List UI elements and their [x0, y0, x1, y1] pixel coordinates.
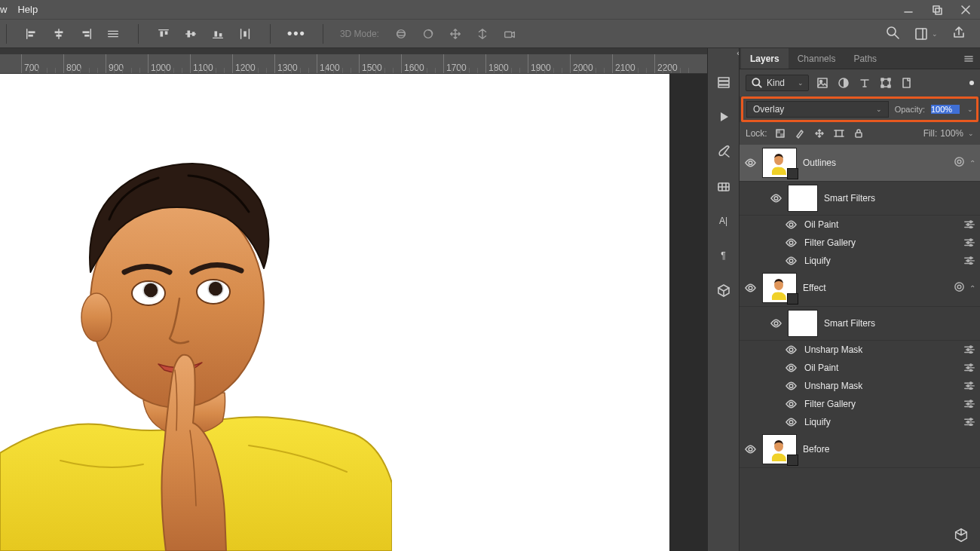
slide-3d-icon[interactable]	[474, 26, 491, 42]
visibility-toggle-icon[interactable]	[785, 344, 797, 356]
filter-type-icon[interactable]	[857, 75, 872, 90]
filter-settings-icon[interactable]	[963, 344, 975, 356]
layer-thumbnail[interactable]	[762, 273, 797, 303]
fill-value[interactable]: 100%	[940, 128, 963, 139]
visibility-toggle-icon[interactable]	[785, 380, 797, 392]
lock-artboard-icon[interactable]	[832, 127, 846, 140]
filter-settings-icon[interactable]	[963, 363, 975, 374]
canvas-viewport[interactable]	[0, 74, 707, 551]
dist-bottom-icon[interactable]	[210, 26, 226, 42]
filter-shape-icon[interactable]	[878, 75, 893, 90]
visibility-toggle-icon[interactable]	[785, 362, 797, 374]
orbit-3d-icon[interactable]	[393, 26, 409, 42]
search-icon[interactable]	[885, 25, 900, 42]
align-hcenter-icon[interactable]	[51, 26, 67, 42]
layer-thumbnail[interactable]	[762, 434, 797, 464]
layer-row[interactable]: Unsharp Mask	[740, 341, 980, 359]
close-button[interactable]	[951, 0, 980, 19]
visibility-toggle-icon[interactable]	[744, 282, 756, 294]
filter-settings-icon[interactable]	[963, 237, 975, 249]
character-panel-icon[interactable]: A|	[714, 211, 733, 231]
more-options-icon[interactable]: •••	[287, 26, 306, 41]
filter-settings-icon[interactable]	[963, 219, 975, 231]
layer-row[interactable]: Before	[740, 431, 980, 468]
mask-thumbnail[interactable]	[788, 185, 818, 212]
collapse-chevron-icon[interactable]: ‹‹	[737, 50, 737, 57]
opacity-chevron-icon[interactable]: ⌄	[967, 106, 973, 113]
layer-row[interactable]: Smart Filters	[740, 307, 980, 341]
layer-row[interactable]: Oil Paint	[740, 359, 980, 377]
visibility-toggle-icon[interactable]	[770, 317, 782, 329]
layer-list[interactable]: Outlines⌃Smart FiltersOil PaintFilter Ga…	[740, 145, 980, 519]
layer-row[interactable]: Filter Gallery	[740, 395, 980, 413]
menu-item-help[interactable]: Help	[17, 4, 38, 15]
tab-channels[interactable]: Channels	[789, 48, 845, 69]
dist-space-icon[interactable]	[237, 26, 253, 42]
layer-row[interactable]: Oil Paint	[740, 216, 980, 234]
layer-fx-icon[interactable]	[954, 281, 965, 295]
swatches-panel-icon[interactable]	[714, 176, 733, 196]
filter-kind-select[interactable]: Kind ⌄	[746, 75, 809, 91]
actions-panel-icon[interactable]	[714, 107, 733, 127]
filter-pixel-icon[interactable]	[815, 75, 830, 90]
canvas[interactable]	[0, 74, 669, 551]
lock-transparency-icon[interactable]	[773, 127, 787, 140]
collapse-layer-icon[interactable]: ⌃	[969, 159, 975, 167]
layer-fx-icon[interactable]	[954, 156, 965, 170]
align-right-icon[interactable]	[78, 26, 94, 42]
layer-row[interactable]: Unsharp Mask	[740, 377, 980, 395]
camera-3d-icon[interactable]	[501, 26, 518, 42]
blend-mode-select[interactable]: Overlay ⌄	[746, 101, 889, 118]
paragraph-panel-icon[interactable]: ¶	[714, 246, 733, 265]
visibility-toggle-icon[interactable]	[744, 157, 756, 169]
dist-top-icon[interactable]	[155, 26, 172, 42]
panel-menu-icon[interactable]	[957, 48, 980, 69]
opacity-label[interactable]: Opacity:	[895, 105, 925, 114]
pan-3d-icon[interactable]	[447, 26, 464, 42]
dist-vcenter-icon[interactable]	[182, 26, 199, 42]
filter-settings-icon[interactable]	[963, 256, 975, 267]
lock-pixels-icon[interactable]	[793, 127, 807, 140]
align-justify-icon[interactable]	[105, 26, 121, 42]
visibility-toggle-icon[interactable]	[785, 237, 797, 249]
filter-settings-icon[interactable]	[963, 381, 975, 392]
tab-layers[interactable]: Layers	[741, 48, 789, 69]
collapse-layer-icon[interactable]: ⌃	[969, 284, 975, 292]
visibility-toggle-icon[interactable]	[744, 443, 756, 455]
visibility-toggle-icon[interactable]	[770, 192, 782, 204]
filter-smartobject-icon[interactable]	[899, 75, 914, 90]
menu-item-w[interactable]: w	[0, 4, 7, 15]
filter-toggle-icon[interactable]	[969, 81, 974, 85]
align-left-icon[interactable]	[23, 26, 40, 42]
layer-row[interactable]: Liquify	[740, 252, 980, 270]
opacity-input[interactable]: 100%	[931, 105, 960, 114]
layer-row[interactable]: Filter Gallery	[740, 234, 980, 252]
3d-panel-icon[interactable]	[714, 280, 733, 300]
brush-settings-panel-icon[interactable]	[714, 142, 733, 161]
layer-row[interactable]: Effect⌃	[740, 270, 980, 307]
visibility-toggle-icon[interactable]	[785, 416, 797, 428]
history-panel-icon[interactable]	[714, 72, 733, 92]
share-icon[interactable]	[951, 25, 966, 42]
filter-settings-icon[interactable]	[963, 417, 975, 428]
layer-thumbnail[interactable]	[762, 148, 797, 178]
layer-row[interactable]: Liquify	[740, 413, 980, 431]
roll-3d-icon[interactable]	[420, 26, 436, 42]
fill-label[interactable]: Fill:	[923, 128, 938, 139]
visibility-toggle-icon[interactable]	[785, 255, 797, 267]
filter-settings-icon[interactable]	[963, 399, 975, 410]
lock-all-icon[interactable]	[852, 127, 865, 140]
minimize-button[interactable]	[894, 0, 923, 19]
visibility-toggle-icon[interactable]	[785, 398, 797, 410]
workspace-switcher-icon[interactable]: ⌄	[914, 26, 938, 41]
fill-chevron-icon[interactable]: ⌄	[968, 130, 974, 137]
layer-row[interactable]: Smart Filters	[740, 182, 980, 216]
layer-row[interactable]: Outlines⌃	[740, 145, 980, 182]
filter-adjustment-icon[interactable]	[836, 75, 851, 90]
mask-thumbnail[interactable]	[788, 310, 818, 337]
visibility-toggle-icon[interactable]	[785, 219, 797, 231]
tab-paths[interactable]: Paths	[844, 48, 886, 69]
horizontal-ruler[interactable]: 7008009001000110012001300140015001600170…	[0, 54, 707, 74]
lock-position-icon[interactable]	[813, 127, 826, 140]
maximize-button[interactable]	[923, 0, 951, 19]
